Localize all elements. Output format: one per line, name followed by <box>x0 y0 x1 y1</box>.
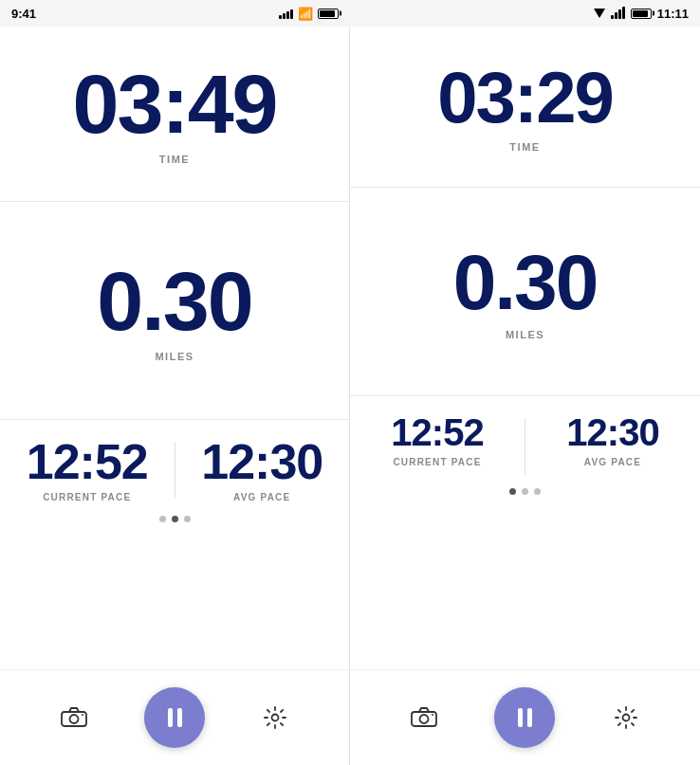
right-status-bar: 11:11 <box>350 0 700 27</box>
battery-icon-right <box>631 9 652 19</box>
left-distance-value: 0.30 <box>97 260 251 343</box>
right-pace-row: 12:52 CURRENT PACE 12:30 AVG PACE <box>350 413 700 475</box>
right-time-section: 03:29 TIME <box>350 27 700 188</box>
left-page-dots <box>159 516 191 522</box>
svg-point-5 <box>420 715 429 723</box>
left-pause-button[interactable] <box>144 687 205 748</box>
right-page-dots <box>509 488 541 495</box>
left-time-label: TIME <box>159 154 190 165</box>
signal-triangle-icon <box>594 9 605 18</box>
left-avg-pace-label: AVG PACE <box>233 492 290 502</box>
right-pause-button[interactable] <box>494 687 555 748</box>
svg-point-7 <box>622 715 629 721</box>
left-current-pace-item: 12:52 CURRENT PACE <box>0 437 175 502</box>
right-time-value: 03:29 <box>437 62 612 134</box>
left-dot-3 <box>184 516 191 522</box>
right-avg-pace-label: AVG PACE <box>584 457 641 467</box>
right-dot-1 <box>509 488 516 495</box>
left-time-section: 03:49 TIME <box>0 27 349 202</box>
right-distance-section: 0.30 MILES <box>350 188 700 396</box>
signal-icon <box>279 8 293 19</box>
right-pause-icon <box>518 708 532 727</box>
right-current-pace-item: 12:52 CURRENT PACE <box>350 413 525 467</box>
phones-container: 03:49 TIME 0.30 MILES 12:52 CURRENT PACE… <box>0 27 700 765</box>
left-distance-section: 0.30 MILES <box>0 202 349 420</box>
left-controls <box>0 669 349 765</box>
left-time-value: 03:49 <box>72 63 276 146</box>
signal-bars-icon <box>611 8 625 19</box>
right-avg-pace-item: 12:30 AVG PACE <box>525 413 700 467</box>
left-pace-row: 12:52 CURRENT PACE 12:30 AVG PACE <box>0 437 349 502</box>
right-settings-button[interactable] <box>605 697 647 738</box>
right-phone: 03:29 TIME 0.30 MILES 12:52 CURRENT PACE… <box>350 27 700 765</box>
svg-point-3 <box>272 715 279 721</box>
left-dot-2 <box>172 516 178 522</box>
svg-point-2 <box>82 714 83 716</box>
left-avg-pace-value: 12:30 <box>201 437 322 486</box>
right-distance-label: MILES <box>506 329 544 340</box>
left-phone: 03:49 TIME 0.30 MILES 12:52 CURRENT PACE… <box>0 27 350 765</box>
left-settings-button[interactable] <box>254 697 296 738</box>
right-time-label: TIME <box>509 141 540 153</box>
right-dot-3 <box>534 488 541 495</box>
right-dot-2 <box>522 488 528 495</box>
left-time: 9:41 <box>11 7 36 21</box>
left-current-pace-value: 12:52 <box>27 437 148 486</box>
battery-icon-left <box>318 9 339 19</box>
right-pace-section: 12:52 CURRENT PACE 12:30 AVG PACE <box>350 396 700 669</box>
right-avg-pace-value: 12:30 <box>566 413 658 451</box>
right-distance-value: 0.30 <box>453 244 598 321</box>
left-dot-1 <box>159 516 166 522</box>
left-distance-label: MILES <box>155 351 193 362</box>
left-pause-icon <box>168 708 182 727</box>
right-time: 11:11 <box>657 7 689 21</box>
svg-point-6 <box>432 714 433 716</box>
right-controls <box>350 669 700 765</box>
right-current-pace-value: 12:52 <box>391 413 483 451</box>
svg-point-1 <box>70 715 79 723</box>
left-status-bar: 9:41 📶 <box>0 0 350 27</box>
status-bars: 9:41 📶 11:11 <box>0 0 700 27</box>
wifi-icon: 📶 <box>298 7 313 21</box>
left-camera-button[interactable] <box>53 697 95 738</box>
right-current-pace-label: CURRENT PACE <box>393 457 481 467</box>
left-pace-section: 12:52 CURRENT PACE 12:30 AVG PACE <box>0 420 349 669</box>
left-avg-pace-item: 12:30 AVG PACE <box>175 437 350 502</box>
right-camera-button[interactable] <box>403 697 445 738</box>
left-current-pace-label: CURRENT PACE <box>43 492 131 502</box>
